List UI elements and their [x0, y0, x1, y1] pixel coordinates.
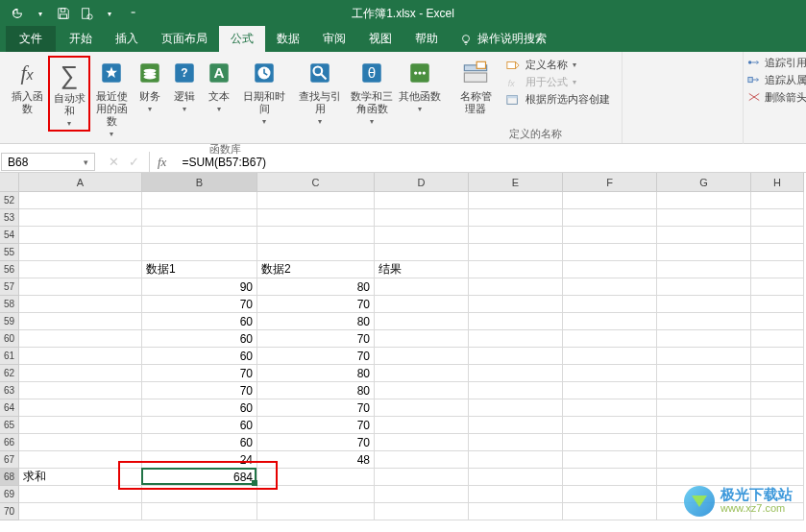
text-icon: A	[204, 58, 234, 88]
lookup-button[interactable]: 查找与引用 ▾	[292, 56, 348, 128]
row-header[interactable]: 67	[0, 451, 19, 469]
print-preview-icon[interactable]	[79, 6, 94, 21]
row-header[interactable]: 62	[0, 365, 19, 382]
row-header[interactable]: 69	[0, 486, 19, 503]
chevron-down-icon[interactable]: ▾	[84, 157, 88, 167]
row-header[interactable]: 70	[0, 503, 19, 520]
row-header[interactable]: 55	[0, 244, 19, 261]
chevron-down-icon[interactable]: ▾	[33, 6, 48, 21]
col-header-F[interactable]: F	[563, 173, 657, 192]
text-button[interactable]: A 文本 ▾	[202, 56, 236, 115]
more-functions-button[interactable]: 其他函数 ▾	[396, 56, 444, 115]
row-header[interactable]: 61	[0, 348, 19, 365]
sigma-icon: ∑	[54, 60, 85, 90]
col-header-E[interactable]: E	[469, 173, 563, 192]
chevron-down-icon: ▾	[262, 117, 266, 126]
svg-rect-30	[507, 95, 518, 98]
watermark-logo	[684, 486, 715, 517]
tab-formulas[interactable]: 公式	[219, 26, 265, 52]
financial-button[interactable]: 财务 ▾	[133, 56, 167, 115]
name-manager-button[interactable]: 名称管理器	[453, 56, 498, 125]
create-from-selection-button[interactable]: 根据所选内容创建	[505, 92, 610, 107]
fx-label[interactable]: fx	[150, 152, 174, 172]
save-icon[interactable]	[56, 6, 71, 21]
row-header[interactable]: 57	[0, 278, 19, 296]
lookup-icon	[305, 58, 335, 88]
tag-icon	[505, 59, 521, 72]
remove-arrows-button[interactable]: 删除箭头	[747, 90, 802, 105]
tab-view[interactable]: 视图	[357, 26, 403, 52]
formula-bar[interactable]: =SUM(B57:B67)	[174, 152, 806, 172]
row-header[interactable]: 68	[0, 469, 19, 486]
chevron-down-icon: ▾	[318, 117, 322, 126]
col-header-A[interactable]: A	[19, 173, 142, 192]
recently-used-button[interactable]: 最近使用的函数 ▾	[90, 56, 133, 140]
star-icon	[96, 58, 127, 88]
chevron-down-icon[interactable]: ▾	[102, 6, 117, 21]
chevron-down-icon: ▾	[110, 130, 113, 138]
svg-point-9	[144, 75, 157, 79]
theta-icon: θ	[356, 58, 387, 88]
col-header-G[interactable]: G	[657, 173, 751, 192]
tab-file[interactable]: 文件	[6, 26, 56, 52]
logical-button[interactable]: ? 逻辑 ▾	[167, 56, 202, 115]
row-header[interactable]: 52	[0, 192, 19, 209]
customize-qat-icon[interactable]: ⁼	[125, 6, 140, 21]
row-header[interactable]: 63	[0, 382, 19, 399]
group-label-function-library: 函数库	[209, 140, 241, 157]
math-trig-button[interactable]: θ 数学和三角函数 ▾	[348, 56, 396, 128]
tell-me[interactable]: 操作说明搜索	[450, 26, 556, 52]
col-header-B[interactable]: B	[142, 173, 257, 192]
chevron-down-icon: ▾	[370, 117, 374, 126]
row-header[interactable]: 59	[0, 313, 19, 330]
tab-data[interactable]: 数据	[265, 26, 311, 52]
svg-rect-27	[507, 61, 516, 68]
row-header[interactable]: 65	[0, 417, 19, 434]
define-name-button[interactable]: 定义名称 ▾	[505, 58, 610, 72]
row-headers: 52 53 54 55 56 57 58 59 60 61 62 63 64 6…	[0, 192, 19, 520]
col-header-D[interactable]: D	[375, 173, 469, 192]
row-header[interactable]: 66	[0, 434, 19, 451]
trace-precedents-button[interactable]: 追踪引用	[747, 56, 802, 70]
logical-icon: ?	[169, 58, 200, 88]
watermark-url: www.xz7.com	[721, 501, 793, 515]
tab-home[interactable]: 开始	[58, 26, 104, 52]
tab-page-layout[interactable]: 页面布局	[150, 26, 219, 52]
svg-rect-25	[464, 73, 486, 82]
trace-dependents-button[interactable]: 追踪从属	[747, 73, 802, 87]
svg-point-3	[87, 14, 92, 19]
tab-review[interactable]: 审阅	[311, 26, 357, 52]
row-header[interactable]: 58	[0, 296, 19, 313]
clock-icon	[249, 58, 280, 88]
svg-rect-0	[61, 9, 64, 12]
select-all-corner[interactable]	[0, 173, 19, 192]
watermark-title: 极光下载站	[721, 488, 793, 501]
svg-text:?: ?	[181, 66, 187, 80]
col-header-C[interactable]: C	[257, 173, 375, 192]
history-icon[interactable]	[10, 6, 25, 21]
row-header[interactable]: 56	[0, 261, 19, 278]
window-title: 工作簿1.xlsx - Excel	[352, 6, 454, 22]
row-header[interactable]: 60	[0, 330, 19, 348]
datetime-button[interactable]: 日期和时间 ▾	[236, 56, 292, 128]
row-header[interactable]: 54	[0, 227, 19, 244]
col-header-H[interactable]: H	[751, 173, 804, 192]
worksheet[interactable]: A B C D E F G H 52 53 54 55 56 57 58 59 …	[0, 173, 806, 532]
create-selection-icon	[505, 93, 521, 107]
chevron-down-icon: ▾	[183, 105, 186, 113]
enter-icon: ✓	[129, 155, 139, 169]
tab-help[interactable]: 帮助	[403, 26, 450, 52]
svg-text:θ: θ	[368, 64, 376, 81]
tab-insert[interactable]: 插入	[104, 26, 150, 52]
quick-access-toolbar: ▾ ▾ ⁼	[0, 6, 140, 21]
insert-function-button[interactable]: fx 插入函数	[6, 56, 48, 117]
lightbulb-icon	[459, 33, 473, 46]
cells-area[interactable]: 数据1数据2结果 9080 7070 6080 6070 6070 7080 7…	[19, 192, 804, 520]
fx-icon: fx	[12, 58, 42, 88]
row-header[interactable]: 64	[0, 399, 19, 417]
row-header[interactable]: 53	[0, 209, 19, 227]
name-box[interactable]: B68 ▾	[1, 153, 95, 171]
financial-icon	[134, 58, 165, 88]
autosum-button[interactable]: ∑ 自动求和 ▾	[48, 56, 90, 132]
chevron-down-icon: ▾	[418, 105, 422, 113]
